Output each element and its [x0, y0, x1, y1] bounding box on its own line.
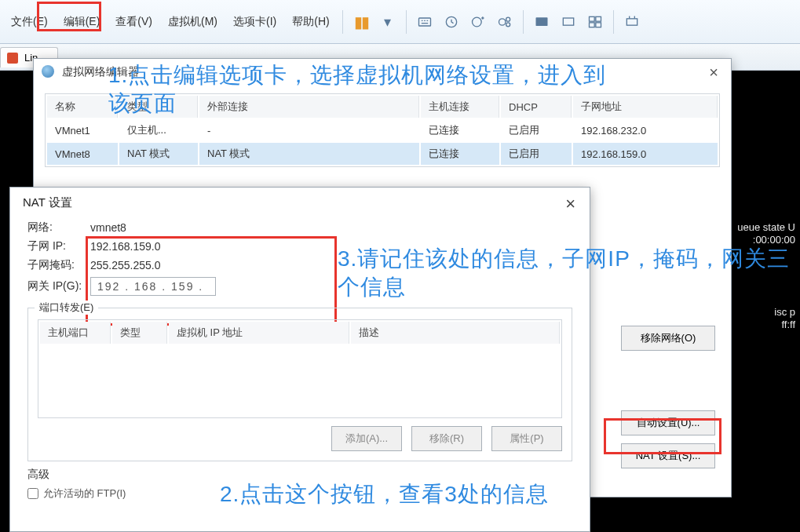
- col-type[interactable]: 类型: [119, 96, 198, 118]
- snapshot-add-icon[interactable]: [467, 11, 489, 33]
- svg-rect-12: [626, 18, 637, 24]
- nat-info-form: 网络: vmnet8 子网 IP: 192.168.159.0 子网掩码: 25…: [10, 215, 590, 301]
- col-desc[interactable]: 描述: [351, 322, 560, 344]
- stretch-icon[interactable]: [621, 11, 643, 33]
- svg-rect-9: [596, 16, 601, 21]
- add-button[interactable]: 添加(A)...: [331, 426, 402, 451]
- subnet-ip-label: 子网 IP:: [27, 239, 90, 253]
- svg-rect-0: [418, 18, 430, 26]
- col-host-port[interactable]: 主机端口: [40, 322, 111, 344]
- send-keys-icon[interactable]: [414, 11, 436, 33]
- col-vm-ip[interactable]: 虚拟机 IP 地址: [169, 322, 349, 344]
- network-value: vmnet8: [90, 221, 126, 234]
- col-subnet[interactable]: 子网地址: [573, 96, 718, 118]
- separator: [613, 10, 614, 34]
- groupbox-title: 端口转发(E): [35, 301, 98, 315]
- dialog-title-bar: 虚拟网络编辑器 ×: [34, 59, 731, 86]
- svg-point-2: [472, 17, 481, 27]
- port-forward-table: 主机端口 类型 虚拟机 IP 地址 描述: [38, 319, 562, 418]
- globe-icon: [42, 65, 56, 79]
- menu-view[interactable]: 查看(V): [108, 10, 160, 34]
- col-dhcp[interactable]: DHCP: [501, 96, 572, 118]
- dialog-title: 虚拟网络编辑器: [62, 65, 139, 79]
- remove-network-button[interactable]: 移除网络(O): [621, 326, 715, 351]
- separator: [342, 10, 343, 34]
- menu-tabs[interactable]: 选项卡(I): [225, 10, 284, 34]
- checkbox-label: 允许活动的 FTP(I): [43, 486, 126, 501]
- snapshot-icon[interactable]: [440, 11, 462, 33]
- properties-button[interactable]: 属性(P): [491, 426, 562, 451]
- separator: [523, 10, 524, 34]
- menu-vm[interactable]: 虚拟机(M): [160, 10, 225, 34]
- svg-point-4: [506, 17, 510, 21]
- table-row[interactable]: VMnet1 仅主机... - 已连接 已启用 192.168.232.0: [47, 119, 718, 141]
- gateway-label: 网关 IP(G):: [27, 279, 90, 293]
- subnet-mask-value: 255.255.255.0: [90, 259, 161, 271]
- network-table: 名称 类型 外部连接 主机连接 DHCP 子网地址 VMnet1 仅主机... …: [45, 93, 720, 167]
- col-name[interactable]: 名称: [47, 96, 118, 118]
- col-ext[interactable]: 外部连接: [199, 96, 419, 118]
- svg-point-5: [506, 22, 510, 26]
- terminal-text: isc p ff:ff: [774, 306, 795, 331]
- svg-rect-10: [589, 22, 594, 27]
- pause-icon[interactable]: ▮▮: [350, 11, 372, 33]
- table-header-row: 名称 类型 外部连接 主机连接 DHCP 子网地址: [47, 96, 718, 118]
- separator: [406, 10, 407, 34]
- menu-file[interactable]: 文件(E): [3, 10, 56, 34]
- menu-help[interactable]: 帮助(H): [284, 10, 337, 34]
- network-label: 网络:: [27, 220, 90, 235]
- svg-rect-7: [563, 18, 573, 25]
- checkbox-input[interactable]: [27, 488, 38, 499]
- subnet-ip-value: 192.168.159.0: [90, 240, 161, 253]
- table-row[interactable]: VMnet8 NAT 模式 NAT 模式 已连接 已启用 192.168.159…: [47, 143, 718, 165]
- auto-settings-button[interactable]: 自动设置(U)...: [621, 410, 715, 435]
- svg-rect-8: [589, 16, 594, 21]
- dialog-title: NAT 设置: [10, 188, 590, 215]
- allow-ftp-checkbox[interactable]: 允许活动的 FTP(I): [27, 486, 572, 501]
- col-type[interactable]: 类型: [112, 322, 167, 344]
- close-icon[interactable]: ×: [561, 194, 580, 214]
- console-icon[interactable]: [531, 11, 553, 33]
- unity-icon[interactable]: [584, 11, 606, 33]
- snapshot-manager-icon[interactable]: [494, 11, 516, 33]
- advanced-label: 高级: [27, 468, 572, 482]
- svg-rect-6: [535, 17, 547, 26]
- port-forward-group: 端口转发(E) 主机端口 类型 虚拟机 IP 地址 描述 添加(A)... 移除…: [27, 308, 572, 461]
- remove-button[interactable]: 移除(R): [411, 426, 482, 451]
- nat-settings-button[interactable]: NAT 设置(S)...: [621, 443, 715, 468]
- close-icon[interactable]: ×: [704, 64, 723, 82]
- gateway-input[interactable]: [90, 277, 216, 296]
- nat-settings-dialog: NAT 设置 × 网络: vmnet8 子网 IP: 192.168.159.0…: [9, 187, 590, 532]
- col-host[interactable]: 主机连接: [421, 96, 499, 118]
- dropdown-icon[interactable]: ▾: [377, 11, 399, 33]
- subnet-mask-label: 子网掩码:: [27, 258, 90, 272]
- terminal-text: ueue state U :00:00:00: [737, 221, 795, 246]
- menu-edit[interactable]: 编辑(E): [56, 10, 108, 34]
- menu-bar: 文件(E) 编辑(E) 查看(V) 虚拟机(M) 选项卡(I) 帮助(H) ▮▮…: [0, 0, 800, 44]
- svg-point-3: [499, 18, 505, 24]
- svg-rect-11: [596, 22, 601, 27]
- fullscreen-icon[interactable]: [557, 11, 579, 33]
